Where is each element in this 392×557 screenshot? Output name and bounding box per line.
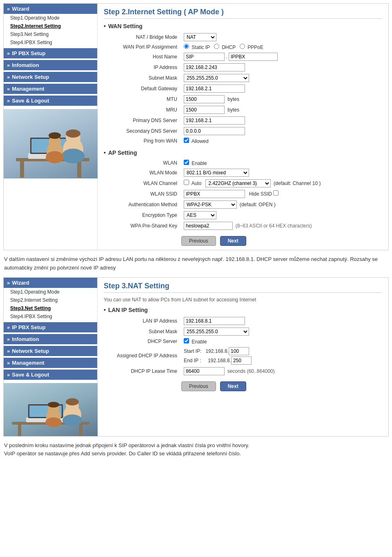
wlan-mode-select[interactable]: 802.11 B/G mixed (184, 169, 249, 177)
static-ip-label[interactable]: Static IP (184, 45, 211, 50)
sidebar2-network-header[interactable]: » Network Setup (4, 346, 97, 356)
end-ip-input[interactable] (231, 356, 252, 365)
dhcp-label[interactable]: DHCP (214, 45, 237, 50)
auth-method-select[interactable]: WPA2-PSK (184, 201, 237, 209)
encryption-select[interactable]: AES (184, 211, 216, 219)
lan-subnet-select[interactable]: 255.255.255.0 (184, 328, 249, 336)
dhcp-lease-label: DHCP IP Lease Time (108, 366, 181, 377)
ip-address-input[interactable] (184, 63, 245, 71)
wpa-key-row: WPA Pre-Shared Key (8~63 ASCII or 64 HEX… (108, 221, 386, 231)
dhcp-enable-label[interactable]: Enable (184, 339, 207, 345)
host-name-row: Host Name . (108, 51, 386, 62)
sidebar-network-header[interactable]: » Network Setup (4, 72, 97, 82)
mtu-input[interactable] (184, 95, 225, 103)
wan-port-row: WAN Port IP Assignment Static IP DHCP (108, 42, 386, 51)
dhcp-radio[interactable] (214, 44, 219, 49)
sidebar2-sub-step1[interactable]: Step1.Operating Mode (4, 288, 97, 296)
lan-subnet-value: 255.255.255.0 (181, 326, 386, 337)
wlan-channel-select[interactable]: 2.422GHZ (channel 3) (205, 179, 271, 187)
wpa-key-hint: (8~63 ASCII or 64 HEX characters) (236, 223, 312, 229)
pppoe-radio[interactable] (240, 44, 245, 49)
sidebar2-sub-step3[interactable]: Step3.Net Setting (4, 304, 97, 312)
sidebar-sub-step1[interactable]: Step1.Operating Mode (4, 14, 97, 22)
sidebar-wizard-header[interactable]: » Wizard (4, 4, 97, 14)
lan-ip-input[interactable] (184, 317, 245, 325)
wlan-ssid-input[interactable] (184, 190, 245, 198)
secondary-dns-input[interactable] (184, 127, 245, 135)
chevron-icon-6: » (7, 98, 10, 104)
person2-illustration (4, 383, 98, 436)
wlan-ssid-value: Hide SSID (181, 189, 386, 199)
sidebar-sub-step4[interactable]: Step4.IPBX Setting (4, 38, 97, 47)
wan-port-value: Static IP DHCP PPPoE (181, 42, 386, 51)
wlan-channel-value: Auto 2.422GHZ (channel 3) (default: Chan… (181, 178, 386, 189)
start-ip-input[interactable] (229, 347, 249, 355)
host-name-input2[interactable] (229, 53, 278, 61)
encryption-value: AES (181, 210, 386, 221)
dhcp-lease-value: seconds (60..864000) (181, 366, 386, 377)
mgmt2-label: Management (12, 360, 44, 366)
mru-input[interactable] (184, 106, 225, 114)
sidebar2-ippbx-header[interactable]: » IP PBX Setup (4, 322, 97, 332)
sidebar2-image (4, 383, 98, 436)
primary-dns-input[interactable] (184, 116, 245, 125)
wlan-enable-checkbox[interactable] (184, 160, 189, 165)
hide-ssid-checkbox[interactable] (273, 190, 278, 196)
ping-allowed-label[interactable]: Allowed (184, 138, 209, 144)
sidebar-sub-step3[interactable]: Step3.Net Setting (4, 30, 97, 38)
sidebar-info-header[interactable]: » Infomation (4, 60, 97, 70)
ippbx-label: IP PBX Setup (12, 50, 45, 56)
previous-button-1[interactable]: Previous (181, 236, 216, 246)
sidebar2-sub-step2[interactable]: Step2.Internet Setting (4, 296, 97, 304)
secondary-dns-label: Secondary DNS Server (108, 126, 181, 136)
sidebar2-sub-step4[interactable]: Step4.IPBX Setting (4, 312, 97, 321)
sidebar2-wizard-header[interactable]: » Wizard (4, 278, 97, 288)
dhcp-enable-checkbox[interactable] (184, 338, 189, 343)
host-sep: . (226, 54, 229, 60)
explain-text-1: V dalším nastavení si změníme výchozí IP… (4, 255, 388, 272)
nat-bridge-select[interactable]: NAT (184, 33, 216, 41)
ping-wan-value: Allowed (181, 136, 386, 145)
chevron2-icon-5: » (7, 360, 10, 366)
static-ip-radio[interactable] (184, 44, 189, 49)
wlan-mode-label: WLAN Mode (108, 167, 181, 178)
wlan-enable-label[interactable]: Enable (184, 160, 207, 166)
wlan-row: WLAN Enable (108, 158, 386, 167)
wan-port-label: WAN Port IP Assignment (108, 42, 181, 51)
sidebar-sub-step2[interactable]: Step2.Internet Setting (4, 22, 97, 30)
host-name-input1[interactable] (184, 53, 225, 61)
mtu-value: bytes (181, 94, 386, 105)
sidebar2-save-header[interactable]: » Save & Logout (4, 370, 97, 380)
dhcp-server-value: Enable (181, 337, 386, 346)
step3-title: Step 3.NAT Setting (104, 282, 382, 293)
subnet-mask-select[interactable]: 255.255.255.0 (184, 74, 249, 82)
default-gw-input[interactable] (184, 85, 245, 93)
dhcp-lease-input[interactable] (184, 367, 225, 375)
wlan-auto-label[interactable]: Auto (184, 180, 203, 186)
previous-button-2[interactable]: Previous (181, 381, 216, 391)
assigned-dhcp-label: Assigned DHCP IP Address (108, 346, 181, 366)
sidebar-mgmt-header[interactable]: » Management (4, 84, 97, 94)
next-button-2[interactable]: Next (220, 381, 246, 391)
svg-point-26 (48, 402, 59, 408)
wlan-channel-label: WLAN Channel (108, 178, 181, 189)
nat-bridge-label: NAT / Bridge Mode (108, 32, 181, 42)
hide-ssid-label[interactable]: Hide SSID (249, 191, 280, 197)
lan-subnet-row: Subnet Mask 255.255.255.0 (108, 326, 386, 337)
chevron-icon-4: » (7, 74, 10, 80)
step3-block: » Wizard Step1.Operating Mode Step2.Inte… (3, 277, 389, 437)
pppoe-label[interactable]: PPPoE (240, 45, 263, 50)
sidebar-save-header[interactable]: » Save & Logout (4, 96, 97, 106)
network-label: Network Setup (12, 74, 49, 80)
auth-method-value: WPA2-PSK (default: OPEN ) (181, 199, 386, 210)
next-button-1[interactable]: Next (220, 236, 246, 246)
host-name-value: . (181, 51, 386, 62)
start-ip-label: Start IP: (184, 348, 201, 354)
sidebar2-mgmt-header[interactable]: » Management (4, 358, 97, 368)
sidebar-ippbx-header[interactable]: » IP PBX Setup (4, 48, 97, 58)
step2-inner: » Wizard Step1.Operating Mode Step2.Inte… (4, 4, 388, 250)
wlan-auto-checkbox[interactable] (184, 180, 189, 185)
sidebar2-info-header[interactable]: » Infomation (4, 334, 97, 344)
ping-allowed-checkbox[interactable] (184, 138, 189, 143)
wpa-key-input[interactable] (184, 222, 233, 230)
